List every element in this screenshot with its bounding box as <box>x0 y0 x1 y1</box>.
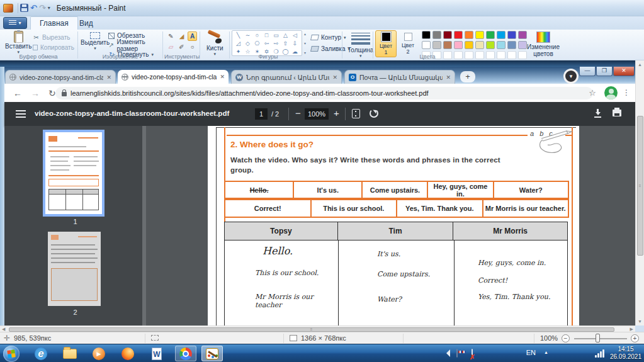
rotate-page-icon[interactable] <box>370 109 378 118</box>
palette-swatch[interactable] <box>518 41 527 49</box>
network-error-icon[interactable]: ✗ <box>472 349 473 358</box>
horizontal-scroll-thumb[interactable]: ≡ <box>9 327 614 332</box>
paint-menu-button[interactable]: ▾ <box>3 17 27 29</box>
pdf-page-input[interactable]: 1 <box>255 108 268 120</box>
shapes-grid[interactable]: ╲ ∼ ○ □ ▭ △ ◁ ◿ ◇ ⎔ ⇦ ⇨ ⇧ ⇩ ✦ ☆ ✶ ✡ ❍ ◯ <box>232 30 302 56</box>
scroll-up-icon[interactable]: ▴ <box>304 31 306 36</box>
palette-swatch[interactable] <box>443 41 452 49</box>
palette-swatch[interactable] <box>465 41 473 49</box>
minimize-button[interactable]: — <box>579 67 596 76</box>
shape-hexagon-icon[interactable]: ⎔ <box>252 40 262 48</box>
keyboard-language-icon[interactable] <box>456 349 458 358</box>
new-tab-button[interactable]: + <box>460 71 475 82</box>
scroll-left-icon[interactable]: ◀ <box>2 327 5 332</box>
shape-diamond-icon[interactable]: ◇ <box>243 40 252 48</box>
resize-button[interactable]: ↗ Изменить размер <box>108 41 161 49</box>
palette-swatch[interactable] <box>486 31 495 39</box>
tab-close-icon[interactable]: ✕ <box>220 74 225 80</box>
reload-icon[interactable]: ↻ <box>48 88 56 98</box>
palette-swatch[interactable] <box>486 41 495 49</box>
fit-page-icon[interactable] <box>352 109 360 118</box>
fill-tool[interactable]: ◢ <box>177 31 186 41</box>
zoom-slider-thumb[interactable] <box>596 334 600 342</box>
scroll-down-icon[interactable]: ▾ <box>304 41 306 45</box>
close-button[interactable]: ✕ <box>613 67 635 76</box>
palette-swatch-empty[interactable] <box>518 51 527 59</box>
language-indicator[interactable]: EN <box>526 349 536 356</box>
pencil-tool[interactable]: ✎ <box>166 31 176 41</box>
browser-tab-3[interactable]: W Նոր գրառում ‹ Արևն Մնացակ ✕ <box>231 70 342 84</box>
thumbnail-scrollbar[interactable] <box>142 126 146 325</box>
thickness-button[interactable]: Толщина ▾ <box>347 33 373 59</box>
start-button[interactable] <box>3 346 20 362</box>
palette-swatch[interactable] <box>465 31 473 39</box>
palette-swatch[interactable] <box>454 41 463 49</box>
palette-swatch[interactable] <box>422 31 431 39</box>
tab-close-icon[interactable]: ✕ <box>332 74 337 81</box>
palette-swatch[interactable] <box>454 31 463 39</box>
shape-curve-icon[interactable]: ∼ <box>243 31 252 40</box>
chrome-menu-icon[interactable]: ⋮ <box>623 88 630 97</box>
palette-swatch-empty[interactable] <box>486 51 495 59</box>
scroll-up-icon[interactable]: ▲ <box>636 62 644 67</box>
redo-icon[interactable]: ↷ <box>39 4 46 12</box>
taskbar-internet-explorer[interactable]: e <box>30 346 52 361</box>
scroll-down-icon[interactable]: ▼ <box>636 319 644 324</box>
shape-right-triangle-icon[interactable]: ◿ <box>234 40 243 48</box>
outline-button[interactable]: Контур ▾ <box>311 33 346 42</box>
copy-button[interactable]: Копировать <box>33 43 74 52</box>
shape-triangle-icon[interactable]: △ <box>281 31 290 40</box>
palette-swatch[interactable] <box>497 31 506 39</box>
back-icon[interactable]: ← <box>13 88 22 98</box>
tab-view[interactable]: Вид <box>71 16 102 30</box>
shape-left-arrow-icon[interactable]: ⇦ <box>262 40 271 48</box>
select-button[interactable]: Выделить ▾ <box>81 32 110 51</box>
palette-swatch[interactable] <box>475 31 484 39</box>
hidden-icons-arrow[interactable]: ▲ <box>544 350 548 354</box>
cut-button[interactable]: ✂ Вырезать <box>33 33 70 42</box>
brushes-button[interactable]: Кисти ▾ <box>206 31 223 57</box>
url-text[interactable]: learnenglishkids.britishcouncil.org/site… <box>71 89 429 97</box>
profile-avatar[interactable] <box>604 86 618 99</box>
palette-swatch[interactable] <box>422 41 431 49</box>
zoom-in-button[interactable]: + <box>631 334 639 342</box>
taskbar-word[interactable]: W <box>146 346 167 361</box>
address-bar[interactable]: learnenglishkids.britishcouncil.org/site… <box>55 87 593 99</box>
palette-swatch[interactable] <box>443 31 452 39</box>
canvas-horizontal-scrollbar[interactable]: ◀ ≡ ▶ <box>0 325 635 332</box>
palette-swatch[interactable] <box>507 41 516 49</box>
tab-close-icon[interactable]: ✕ <box>106 74 111 81</box>
palette-swatch[interactable] <box>518 31 527 39</box>
save-icon[interactable] <box>20 4 28 12</box>
shape-line-icon[interactable]: ╲ <box>234 31 243 40</box>
paste-button[interactable]: Вставить ▾ <box>5 31 31 55</box>
paint-canvas[interactable]: video-zone-topsy-and-tim-class ✕ video-z… <box>0 60 635 325</box>
signal-bars-icon[interactable] <box>595 349 605 358</box>
palette-swatch[interactable] <box>475 41 484 49</box>
zoom-in-icon[interactable]: + <box>334 108 339 118</box>
zoom-out-button[interactable]: − <box>562 334 570 342</box>
vertical-scroll-thumb[interactable]: ≡ <box>637 116 643 256</box>
palette-swatch-empty[interactable] <box>507 51 516 59</box>
print-icon[interactable] <box>613 110 621 116</box>
browser-tab-1[interactable]: video-zone-topsy-and-tim-class ✕ <box>5 70 116 84</box>
zoom-slider-track[interactable] <box>574 338 627 339</box>
shape-polygon-icon[interactable]: ◁ <box>290 31 300 40</box>
scroll-right-icon[interactable]: ▶ <box>630 327 633 332</box>
restore-button[interactable]: ❐ <box>596 67 613 76</box>
magnifier-tool[interactable]: ○ <box>188 42 197 52</box>
edit-colors-button[interactable]: Изменение цветов <box>527 31 560 57</box>
overlay-circle-button[interactable]: ▾ <box>563 69 579 84</box>
palette-swatch[interactable] <box>432 31 441 39</box>
quick-access-dropdown-icon[interactable]: ▾ <box>48 5 50 11</box>
taskbar-explorer[interactable] <box>59 346 81 361</box>
palette-swatch[interactable] <box>432 41 441 49</box>
palette-swatch-empty[interactable] <box>497 51 506 59</box>
shape-down-arrow-icon[interactable]: ⇩ <box>290 40 300 48</box>
tab-close-icon[interactable]: ✕ <box>446 74 451 81</box>
taskbar-chrome-open[interactable] <box>175 346 196 361</box>
shape-right-arrow-icon[interactable]: ⇨ <box>271 40 281 48</box>
clock[interactable]: 14:15 26.09.2021 <box>610 346 641 361</box>
taskbar-firefox[interactable] <box>117 346 138 361</box>
eraser-tool[interactable]: ▱ <box>166 42 176 52</box>
